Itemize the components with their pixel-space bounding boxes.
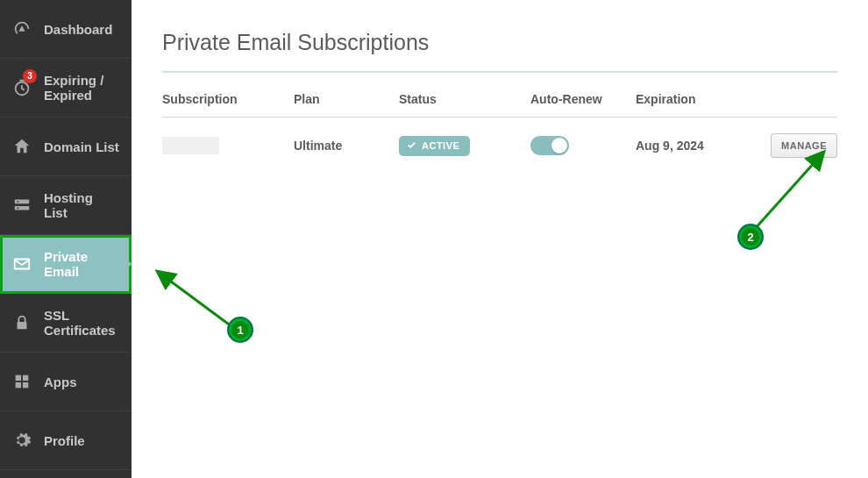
gear-icon	[12, 431, 32, 450]
sidebar-item-label: Private Email	[44, 249, 119, 279]
sidebar-item-label: Hosting List	[44, 190, 119, 220]
col-expiration: Expiration	[636, 92, 767, 106]
check-icon	[407, 140, 416, 152]
svg-rect-6	[16, 375, 21, 381]
sidebar: Dashboard 3 Expiring / Expired Domain Li…	[0, 0, 132, 478]
sidebar-item-label: Dashboard	[44, 22, 112, 37]
svg-rect-1	[15, 200, 30, 204]
col-autorenew: Auto-Renew	[530, 92, 636, 106]
expiring-badge: 3	[23, 69, 37, 83]
annotation-bubble-2: 2	[739, 225, 762, 248]
sidebar-item-expiring[interactable]: 3 Expiring / Expired	[0, 59, 132, 118]
status-label: ACTIVE	[422, 140, 459, 151]
sidebar-item-dashboard[interactable]: Dashboard	[0, 0, 132, 59]
apps-icon	[12, 372, 32, 391]
gauge-icon	[12, 19, 32, 39]
svg-point-3	[18, 201, 19, 203]
autorenew-toggle[interactable]	[530, 136, 569, 155]
toggle-knob	[551, 138, 567, 153]
sidebar-item-private-email[interactable]: Private Email	[0, 235, 132, 294]
svg-rect-7	[23, 375, 28, 381]
server-icon	[12, 196, 32, 215]
lock-icon	[12, 313, 32, 332]
sidebar-item-hosting-list[interactable]: Hosting List	[0, 176, 132, 235]
svg-point-4	[18, 207, 19, 209]
subscription-name-redacted	[162, 137, 219, 154]
sidebar-item-ssl[interactable]: SSL Certificates	[0, 294, 132, 353]
page-title: Private Email Subscriptions	[162, 30, 837, 73]
sidebar-item-label: SSL Certificates	[44, 308, 119, 338]
sidebar-item-label: Expiring / Expired	[44, 73, 119, 103]
sidebar-item-domain-list[interactable]: Domain List	[0, 118, 132, 176]
col-plan: Plan	[294, 92, 399, 106]
annotation-bubble-1: 1	[229, 318, 252, 341]
mail-icon	[12, 254, 32, 274]
sidebar-item-label: Domain List	[44, 139, 119, 154]
sidebar-item-apps[interactable]: Apps	[0, 353, 132, 411]
sidebar-item-profile[interactable]: Profile	[0, 411, 132, 470]
svg-rect-2	[15, 206, 30, 210]
col-subscription: Subscription	[162, 92, 294, 106]
expiration-value: Aug 9, 2024	[636, 139, 767, 153]
svg-rect-8	[16, 382, 21, 388]
svg-rect-5	[18, 322, 27, 329]
status-badge: ACTIVE	[399, 136, 470, 156]
table-header: Subscription Plan Status Auto-Renew Expi…	[162, 83, 837, 118]
plan-value: Ultimate	[294, 139, 399, 153]
home-icon	[12, 137, 32, 156]
svg-rect-9	[23, 382, 28, 388]
sidebar-item-label: Apps	[44, 375, 77, 389]
manage-button[interactable]: MANAGE	[771, 133, 837, 158]
col-status: Status	[399, 92, 530, 106]
sidebar-item-label: Profile	[44, 433, 85, 448]
table-row: Ultimate ACTIVE Aug 9, 2024 MANAGE	[162, 118, 837, 174]
